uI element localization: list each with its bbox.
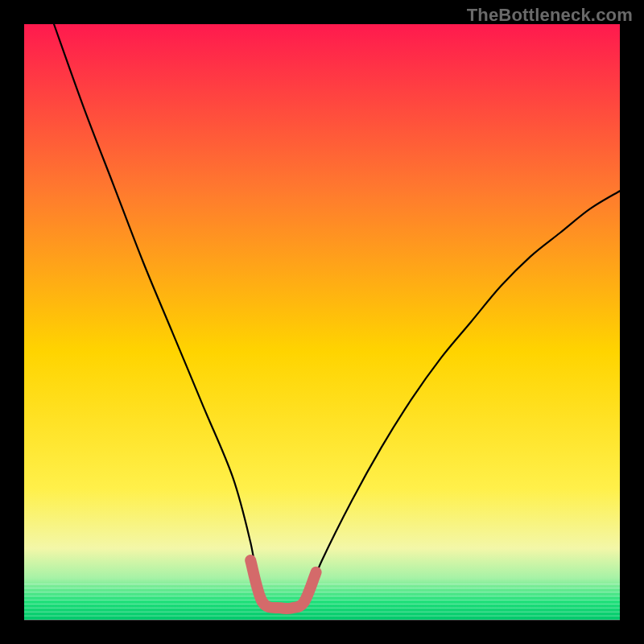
bottleneck-chart xyxy=(0,0,644,644)
watermark-text: TheBottleneck.com xyxy=(467,5,633,26)
chart-stage: TheBottleneck.com xyxy=(0,0,644,644)
plot-area xyxy=(24,24,620,620)
